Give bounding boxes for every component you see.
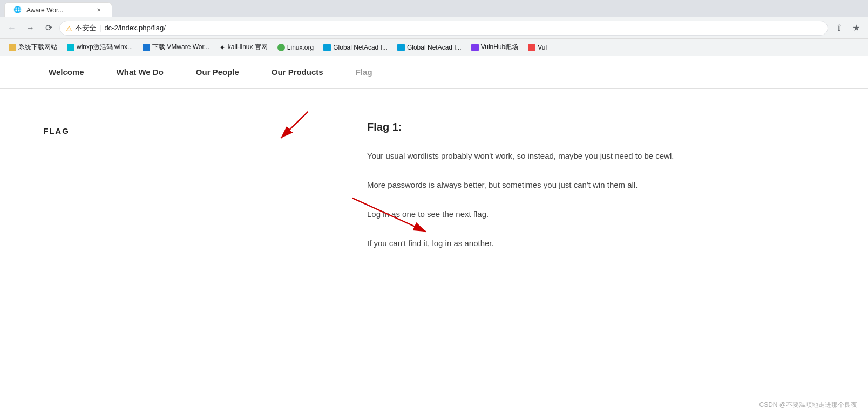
nav-our-products[interactable]: Our Products [255, 67, 340, 77]
browser-action-buttons: ⇧ ★ [831, 21, 864, 36]
bookmark-icon-6 [323, 44, 331, 51]
bookmark-item-9[interactable]: Vul [524, 43, 551, 52]
security-warning-text: 不安全 [75, 23, 96, 33]
flag-paragraph-3: Log in as one to see the next flag. [367, 208, 745, 221]
address-bar[interactable]: △ 不安全 | dc-2/index.php/flag/ [59, 21, 828, 36]
bookmark-item-6[interactable]: Global NetAcad I... [319, 43, 392, 52]
main-content-area: Flag 1: Your usual wordlists probably wo… [151, 121, 836, 380]
bookmark-label-8: VulnHub靶场 [481, 43, 519, 52]
bookmark-item-5[interactable]: Linux.org [273, 43, 318, 52]
site-content: Welcome What We Do Our People Our Produc… [0, 56, 868, 412]
nav-what-we-do[interactable]: What We Do [100, 67, 180, 77]
tab-title-text: Aware Wor... [26, 6, 63, 14]
bookmark-icon-7 [397, 44, 405, 51]
bookmark-item-1[interactable]: 系统下载网站 [4, 42, 62, 53]
bookmark-icon-8 [471, 44, 479, 51]
site-main: FLAG Flag 1: Your usual wordlists probab… [0, 89, 868, 412]
bookmarks-bar: 系统下载网站 winxp激活码 winx... 下载 VMware Wor...… [0, 39, 868, 56]
flag-paragraph-1: Your usual wordlists probably won't work… [367, 149, 745, 162]
sidebar-label: FLAG [43, 121, 151, 380]
bookmark-item-2[interactable]: winxp激活码 winx... [63, 42, 137, 53]
bookmark-item-8[interactable]: VulnHub靶场 [467, 42, 523, 53]
bookmark-label-5: Linux.org [287, 44, 314, 51]
bookmark-icon-2 [67, 44, 74, 51]
url-text: dc-2/index.php/flag/ [104, 24, 165, 32]
forward-button[interactable]: → [23, 21, 38, 36]
nav-controls-bar: ← → ⟳ △ 不安全 | dc-2/index.php/flag/ ⇧ ★ [0, 17, 868, 39]
bookmark-label-9: Vul [538, 44, 547, 51]
flag-paragraph-2: More passwords is always better, but som… [367, 179, 745, 192]
bookmark-label-7: Global NetAcad I... [407, 44, 462, 51]
bookmark-icon-1 [9, 44, 16, 51]
tab-close-button[interactable]: ✕ [94, 6, 103, 15]
security-warning-icon: △ [66, 24, 72, 32]
bookmark-label-3: 下载 VMware Wor... [152, 43, 209, 52]
reload-button[interactable]: ⟳ [41, 21, 56, 36]
browser-tab[interactable]: 🌐 Aware Wor... ✕ [4, 2, 112, 17]
share-button[interactable]: ⇧ [831, 21, 846, 36]
bookmark-label-1: 系统下载网站 [18, 43, 57, 52]
bookmark-label-4: kail-linux 官网 [228, 43, 268, 52]
bookmark-item-3[interactable]: 下载 VMware Wor... [138, 42, 214, 53]
bookmark-icon-4: ✦ [219, 43, 226, 52]
nav-flag[interactable]: Flag [340, 67, 389, 77]
tab-favicon: 🌐 [13, 6, 22, 15]
nav-our-people[interactable]: Our People [180, 67, 255, 77]
bookmark-item-4[interactable]: ✦ kail-linux 官网 [215, 42, 272, 53]
bookmark-icon-5 [277, 44, 285, 51]
bookmark-icon-3 [143, 44, 150, 51]
bookmark-label-6: Global NetAcad I... [333, 44, 388, 51]
site-navigation: Welcome What We Do Our People Our Produc… [0, 56, 868, 89]
nav-welcome[interactable]: Welcome [32, 67, 100, 77]
flag-paragraph-4: If you can't find it, log in as another. [367, 237, 745, 250]
flag-heading: Flag 1: [367, 121, 836, 133]
bookmark-item-7[interactable]: Global NetAcad I... [393, 43, 466, 52]
watermark: CSDN @不要温顺地走进那个良夜 [759, 400, 857, 410]
back-button[interactable]: ← [4, 21, 19, 36]
browser-window-top: 🌐 Aware Wor... ✕ [0, 0, 868, 17]
address-separator: | [99, 24, 101, 32]
bookmark-label-2: winxp激活码 winx... [77, 43, 133, 52]
bookmark-icon-9 [528, 44, 535, 51]
bookmark-button[interactable]: ★ [849, 21, 864, 36]
